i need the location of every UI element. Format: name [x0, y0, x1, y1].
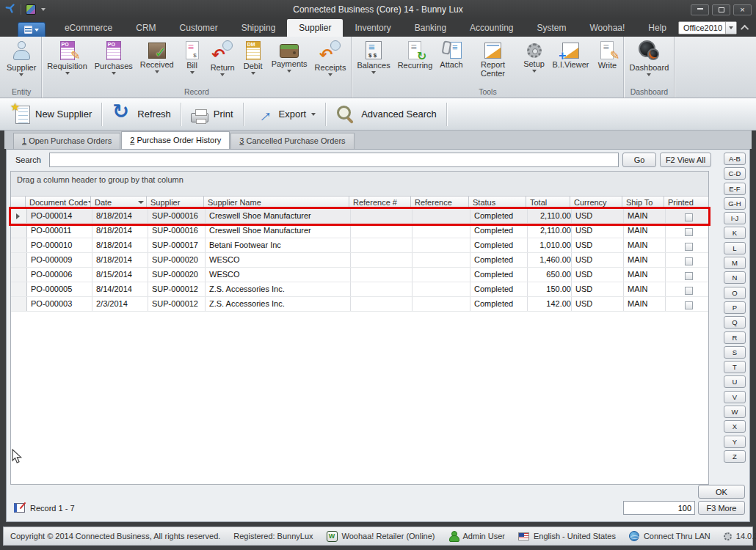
- menu-tab[interactable]: Inventory: [343, 19, 402, 37]
- column-header[interactable]: Printed: [664, 197, 708, 208]
- alpha-nav-button[interactable]: Z: [724, 450, 746, 463]
- column-header[interactable]: Reference #: [349, 197, 411, 208]
- ribbon-item[interactable]: Debit: [239, 38, 268, 75]
- more-button[interactable]: F3 More: [698, 501, 745, 515]
- alpha-nav-button[interactable]: O: [724, 287, 746, 299]
- ok-button[interactable]: OK: [698, 485, 745, 499]
- ribbon-item[interactable]: Recurring: [394, 38, 437, 70]
- status-user[interactable]: Admin User: [442, 527, 512, 545]
- ribbon-item[interactable]: Supplier: [3, 38, 40, 76]
- alpha-nav-button[interactable]: K: [724, 227, 746, 239]
- alpha-nav-button[interactable]: W: [724, 406, 746, 418]
- ribbon-item[interactable]: Purchases: [91, 38, 137, 75]
- menu-tab[interactable]: Supplier: [287, 19, 343, 37]
- alpha-nav-button[interactable]: I-J: [724, 212, 746, 224]
- column-header[interactable]: Supplier Name: [204, 197, 349, 208]
- alpha-nav-button[interactable]: M: [724, 257, 746, 269]
- alpha-nav-button[interactable]: C-D: [724, 167, 746, 180]
- printed-checkbox[interactable]: [685, 228, 693, 236]
- alpha-nav-button[interactable]: T: [724, 361, 746, 373]
- table-row[interactable]: PO-000011 8/18/2014 SUP-000016 Creswell …: [11, 224, 708, 238]
- printed-checkbox[interactable]: [685, 213, 693, 221]
- table-row[interactable]: PO-000014 8/18/2014 SUP-000016 Creswell …: [11, 209, 708, 224]
- table-row[interactable]: PO-000009 8/18/2014 SUP-000020 WESCO Com…: [11, 253, 708, 268]
- ribbon-item[interactable]: Dashboard: [625, 38, 672, 76]
- view-tab[interactable]: 2Purchase Order History: [121, 131, 230, 149]
- printed-checkbox[interactable]: [685, 287, 693, 295]
- status-retailer[interactable]: W Woohaa! Retailer (Online): [320, 527, 442, 545]
- menu-tab[interactable]: Banking: [403, 19, 458, 37]
- column-header[interactable]: Document Code: [26, 197, 91, 208]
- alpha-nav-button[interactable]: A-B: [724, 153, 746, 165]
- printed-checkbox[interactable]: [685, 301, 693, 309]
- table-row[interactable]: PO-000003 2/3/2014 SUP-000012 Z.S. Acces…: [11, 297, 708, 312]
- alpha-nav-button[interactable]: L: [724, 242, 746, 254]
- menu-tab[interactable]: Accounting: [458, 19, 525, 37]
- ribbon-item[interactable]: Write: [592, 38, 622, 70]
- quick-access-dropdown-icon[interactable]: [41, 8, 46, 11]
- toolbar-button[interactable]: Advanced Search: [326, 98, 446, 130]
- menu-tab[interactable]: System: [525, 19, 578, 37]
- toolbar-button[interactable]: Export: [244, 98, 326, 130]
- alpha-nav-button[interactable]: N: [724, 271, 746, 284]
- ribbon-item[interactable]: Balances: [353, 38, 393, 74]
- printed-checkbox[interactable]: [685, 272, 693, 280]
- close-button[interactable]: ×: [733, 4, 752, 15]
- toolbar-button[interactable]: Refresh: [102, 98, 181, 130]
- app-menu-button[interactable]: [18, 22, 46, 37]
- column-header[interactable]: Reference: [411, 197, 469, 208]
- alpha-nav-button[interactable]: Q: [724, 316, 746, 329]
- column-header[interactable]: Currency: [570, 197, 622, 208]
- menu-tab[interactable]: eCommerce: [53, 19, 124, 37]
- search-input[interactable]: [49, 153, 619, 167]
- menu-tab[interactable]: CRM: [124, 19, 167, 37]
- table-row[interactable]: PO-000006 8/15/2014 SUP-000020 WESCO Com…: [11, 268, 708, 282]
- view-tab[interactable]: 3Cancelled Purchase Orders: [230, 133, 354, 149]
- toolbar-button[interactable]: New Supplier: [6, 98, 101, 130]
- collapse-ribbon-icon[interactable]: [741, 25, 749, 33]
- menu-tab[interactable]: Shipping: [230, 19, 288, 37]
- ribbon-item[interactable]: Received: [137, 38, 178, 73]
- ribbon-item[interactable]: B.I.Viewer: [549, 38, 593, 69]
- ribbon-item[interactable]: Requisition: [43, 38, 90, 75]
- view-all-button[interactable]: F2 View All: [660, 153, 711, 167]
- view-tab[interactable]: 1Open Purchase Orders: [13, 133, 120, 149]
- table-row[interactable]: PO-000005 8/14/2014 SUP-000012 Z.S. Acce…: [11, 282, 708, 297]
- toolbar-button[interactable]: Print: [181, 98, 243, 130]
- menu-tab[interactable]: Customer: [168, 19, 230, 37]
- menu-tab[interactable]: Woohaa!: [578, 19, 637, 37]
- ribbon-item[interactable]: Report Center: [467, 38, 520, 78]
- alpha-nav-button[interactable]: X: [724, 420, 746, 433]
- restore-button[interactable]: [712, 4, 730, 15]
- alpha-nav-button[interactable]: R: [724, 331, 746, 344]
- ribbon-item[interactable]: Bill: [178, 38, 207, 74]
- quick-access-icon[interactable]: [26, 4, 36, 15]
- theme-selector-dropdown-icon[interactable]: [725, 22, 736, 34]
- ribbon-item[interactable]: Receipts: [311, 38, 350, 76]
- ribbon-item[interactable]: Setup: [520, 38, 549, 73]
- alpha-nav-button[interactable]: P: [724, 301, 746, 314]
- column-header[interactable]: Status: [469, 197, 526, 208]
- ribbon-item[interactable]: Payments: [268, 38, 311, 73]
- go-button[interactable]: Go: [622, 153, 656, 167]
- column-header[interactable]: Ship To: [622, 197, 664, 208]
- menu-tab[interactable]: Help: [636, 19, 678, 37]
- status-connection[interactable]: Connect Thru LAN: [622, 527, 717, 545]
- printed-checkbox[interactable]: [685, 257, 693, 265]
- status-language[interactable]: English - United States: [512, 527, 622, 545]
- column-header[interactable]: Total: [526, 197, 570, 208]
- column-header[interactable]: Date: [91, 197, 147, 208]
- alpha-nav-button[interactable]: V: [724, 391, 746, 403]
- ribbon-item[interactable]: Attach: [436, 38, 466, 69]
- alpha-nav-button[interactable]: U: [724, 375, 746, 388]
- alpha-nav-button[interactable]: G-H: [724, 197, 746, 210]
- alpha-nav-button[interactable]: E-F: [724, 183, 746, 195]
- column-header[interactable]: Supplier: [147, 197, 204, 208]
- page-size-input[interactable]: [623, 501, 695, 515]
- alpha-nav-button[interactable]: Y: [724, 436, 746, 448]
- minimize-button[interactable]: [691, 4, 709, 15]
- printed-checkbox[interactable]: [685, 243, 693, 251]
- theme-selector[interactable]: Office2010: [678, 21, 737, 34]
- table-row[interactable]: PO-000010 8/18/2014 SUP-000017 Betani Fo…: [11, 238, 708, 253]
- column-filter-icon[interactable]: [138, 201, 144, 204]
